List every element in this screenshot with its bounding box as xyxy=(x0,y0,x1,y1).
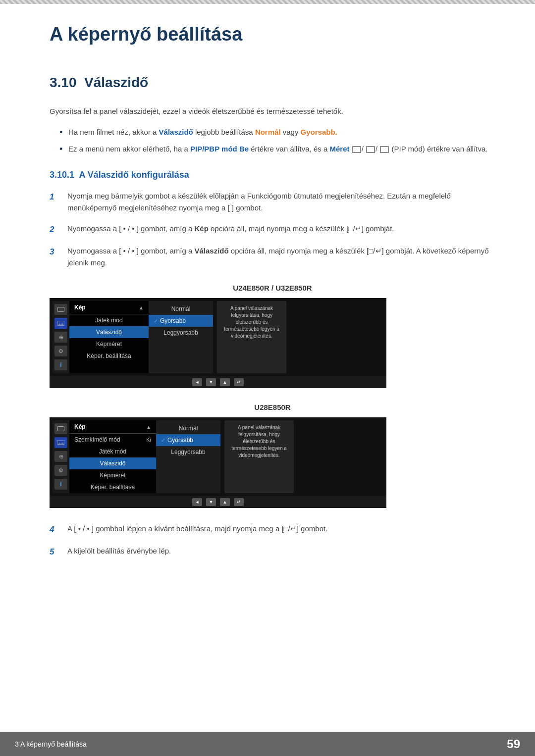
bullet2-before: Ez a menü nem akkor elérhető, ha a xyxy=(68,145,190,153)
submenu-gyorsabb-2[interactable]: ✓ Gyorsabb xyxy=(156,434,220,446)
menu-item-kepemret[interactable]: Képméret xyxy=(69,338,149,350)
page-footer: 3 A képernyő beállítása 59 xyxy=(0,732,535,756)
submenu-panel-1: Normál ✓ Gyorsabb Leggyorsabb xyxy=(149,301,213,373)
bullet2-bold1: PIP/PBP mód Be xyxy=(190,145,249,153)
step-text-4: A [ • / • ] gombbal lépjen a kívánt beál… xyxy=(67,523,495,536)
step-item-4: 4 A [ • / • ] gombbal lépjen a kívánt be… xyxy=(50,523,495,536)
submenu-gyorsabb-label: Gyorsabb xyxy=(160,317,186,324)
step-num-2: 2 xyxy=(50,223,59,236)
pip-icon-3 xyxy=(380,146,389,153)
subsection-num: 3.10.1 xyxy=(50,170,74,180)
section-num: 3.10 xyxy=(50,75,77,90)
sidebar-info-icon-2: i xyxy=(54,479,67,490)
menu-item-keper-beall-2[interactable]: Képer. beállítása xyxy=(69,481,156,493)
submenu-normal[interactable]: Normál xyxy=(149,303,213,315)
nav-down-btn[interactable]: ▼ xyxy=(206,378,216,386)
screenshot-label-2: U28E850R xyxy=(50,403,495,411)
image-icon xyxy=(57,321,64,326)
step-item-3: 3 Nyomogassa a [ • / • ] gombot, amíg a … xyxy=(50,245,495,269)
szemkimelo-label: Szemkímélő mód xyxy=(74,436,120,443)
tooltip-1: A panel válaszának felgyorsítása, hogy é… xyxy=(217,301,286,373)
step-num-3: 3 xyxy=(50,245,59,269)
step-item-5: 5 A kijelölt beállítás érvénybe lép. xyxy=(50,545,495,558)
menu-item-valaszido[interactable]: Válaszidő xyxy=(69,326,149,338)
submenu-leggyorsabb[interactable]: Leggyorsabb xyxy=(149,327,213,339)
monitor-2: ⊕ ⚙ i Kép ▲ Szemkímélő m xyxy=(50,417,386,508)
sidebar-monitor-icon-2 xyxy=(54,423,67,434)
bullet2-bold2: Méret xyxy=(330,145,350,153)
menu-arrow-up-2: ▲ xyxy=(146,424,151,430)
menu-item-valaszido-2[interactable]: Válaszidő xyxy=(69,457,156,469)
bullet1-bold3: Gyorsabb. xyxy=(301,128,337,136)
check-mark-1: ✓ xyxy=(154,318,158,324)
bullet1-mid: legjobb beállítása xyxy=(193,128,255,136)
sidebar-gear-icon: ⚙ xyxy=(54,346,67,356)
submenu-leggyorsabb-2[interactable]: Leggyorsabb xyxy=(156,446,220,458)
sidebar-icons-1: ⊕ ⚙ i xyxy=(53,301,69,373)
subsection-title: 3.10.1 A Válaszidő konfigurálása xyxy=(50,170,495,180)
step-text-2: Nyomogassa a [ • / • ] gombot, amíg a Ké… xyxy=(67,223,495,236)
menu-header-1: Kép ▲ xyxy=(69,301,149,314)
gear-icon-2: ⚙ xyxy=(58,467,63,474)
nav-enter-btn-2[interactable]: ↵ xyxy=(234,498,244,506)
info-icon-2: i xyxy=(60,481,61,488)
bullet2-end: (PIP mód) értékre van állítva. xyxy=(392,145,488,153)
bullet-list: Ha nem filmet néz, akkor a Válaszidő leg… xyxy=(59,126,495,155)
bullet2-mid: értékre van állítva, és a xyxy=(249,145,329,153)
monitor-icon xyxy=(57,307,64,312)
submenu-gyorsabb[interactable]: ✓ Gyorsabb xyxy=(149,315,213,327)
bullet-item-1: Ha nem filmet néz, akkor a Válaszidő leg… xyxy=(59,126,495,138)
bullet-item-2: Ez a menü nem akkor elérhető, ha a PIP/P… xyxy=(59,143,495,155)
subsection-name: A Válaszidő konfigurálása xyxy=(79,170,189,180)
intro-text: Gyorsítsa fel a panel válaszidejét, ezze… xyxy=(50,105,495,117)
section-name: Válaszidő xyxy=(84,75,148,90)
nav-down-btn-2[interactable]: ▼ xyxy=(206,498,216,506)
submenu-normal-2[interactable]: Normál xyxy=(156,422,220,434)
menu-item-jatek-2[interactable]: Játék mód xyxy=(69,446,156,457)
screenshot-section-2: U28E850R ⊕ xyxy=(50,403,495,508)
menu-item-kepemret-2[interactable]: Képméret xyxy=(69,469,156,481)
step-text-3: Nyomogassa a [ • / • ] gombot, amíg a Vá… xyxy=(67,245,495,269)
bullet1-mid2: vagy xyxy=(281,128,301,136)
menu-panel-1: Kép ▲ Játék mód Válaszidő Képméret Képer… xyxy=(69,301,149,373)
arrows-icon-2: ⊕ xyxy=(59,454,63,460)
step-num-1: 1 xyxy=(50,190,59,214)
menu-item-jatek[interactable]: Játék mód xyxy=(69,314,149,326)
bullet1-bold1: Válaszidő xyxy=(159,128,193,136)
sidebar-gear-icon-2: ⚙ xyxy=(54,465,67,476)
nav-left-btn-2[interactable]: ◄ xyxy=(192,498,202,506)
step-item-1: 1 Nyomja meg bármelyik gombot a készülék… xyxy=(50,190,495,214)
sidebar-info-icon: i xyxy=(54,359,67,370)
gear-icon: ⚙ xyxy=(58,348,63,354)
sidebar-image-icon-2 xyxy=(54,437,67,448)
screenshot-label-1: U24E850R / U32E850R xyxy=(50,284,495,292)
nav-enter-btn[interactable]: ↵ xyxy=(234,378,244,386)
tooltip-2: A panel válaszának felgyorsítása, hogy é… xyxy=(224,420,294,493)
monitor-icon-2 xyxy=(57,426,64,431)
image-icon-2 xyxy=(57,440,64,445)
sidebar-arrows-icon: ⊕ xyxy=(54,332,67,343)
nav-left-btn[interactable]: ◄ xyxy=(192,378,202,386)
submenu-panel-2: Normál ✓ Gyorsabb Leggyorsabb xyxy=(156,420,220,493)
pip-icon-2 xyxy=(366,146,375,153)
bottom-bar-1: ◄ ▼ ▲ ↵ xyxy=(50,376,386,388)
submenu-gyorsabb-label-2: Gyorsabb xyxy=(167,437,193,444)
step-num-5: 5 xyxy=(50,545,59,558)
ki-value: Ki xyxy=(146,437,151,443)
menu-arrow-up-1: ▲ xyxy=(139,305,144,310)
top-decorative-strip xyxy=(0,0,535,4)
nav-up-btn[interactable]: ▲ xyxy=(220,378,230,386)
sidebar-arrows-icon-2: ⊕ xyxy=(54,451,67,462)
sidebar-monitor-icon xyxy=(54,304,67,315)
menu-item-keper-beall[interactable]: Képer. beállítása xyxy=(69,350,149,362)
menu-header-2: Kép ▲ xyxy=(69,420,156,434)
sidebar-icons-2: ⊕ ⚙ i xyxy=(53,420,69,493)
footer-page-number: 59 xyxy=(507,737,520,751)
monitor-1: ⊕ ⚙ i Kép ▲ Játék mód Válas xyxy=(50,298,386,388)
svg-marker-3 xyxy=(57,442,64,445)
bottom-bar-2: ◄ ▼ ▲ ↵ xyxy=(50,496,386,508)
menu-item-szemkimelo[interactable]: Szemkímélő mód Ki xyxy=(69,434,156,446)
sidebar-image-icon xyxy=(54,318,67,329)
steps-list-2: 4 A [ • / • ] gombbal lépjen a kívánt be… xyxy=(50,523,495,558)
nav-up-btn-2[interactable]: ▲ xyxy=(220,498,230,506)
